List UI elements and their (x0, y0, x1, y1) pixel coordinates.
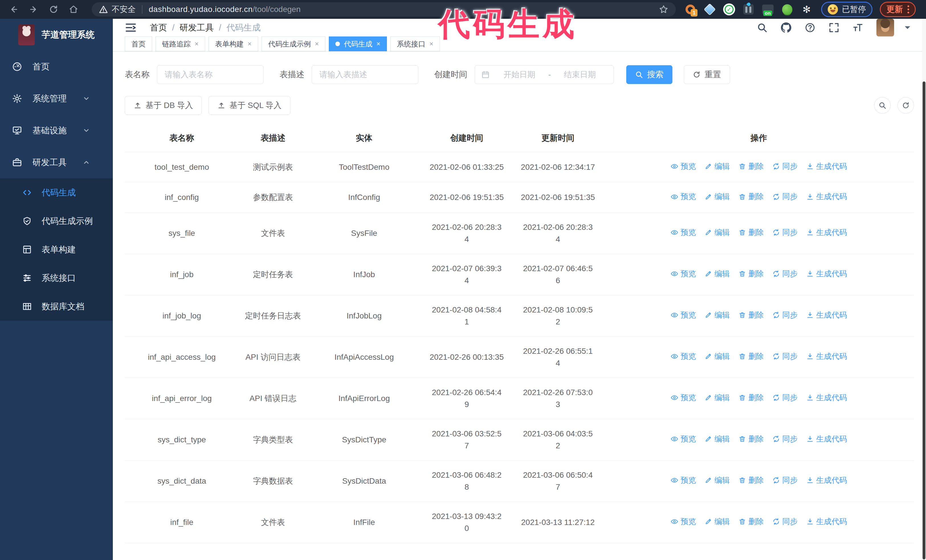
browser-home-button[interactable] (65, 2, 82, 17)
extension-gem-icon[interactable] (704, 3, 716, 15)
edit-action-link[interactable]: 编辑 (705, 474, 730, 486)
edit-action-link[interactable]: 编辑 (705, 516, 730, 528)
browser-forward-button[interactable] (26, 2, 42, 17)
help-icon[interactable] (805, 22, 816, 33)
edit-action-link[interactable]: 编辑 (705, 433, 730, 445)
search-icon[interactable] (757, 22, 767, 33)
table-desc-input[interactable] (312, 65, 418, 84)
sidebar-item-3[interactable]: 研发工具 (0, 146, 113, 178)
edit-action-link[interactable]: 编辑 (705, 268, 730, 280)
github-icon[interactable] (781, 22, 791, 33)
edit-action-link[interactable]: 编辑 (705, 309, 730, 321)
user-menu-caret-icon[interactable] (902, 22, 913, 33)
edit-action-link[interactable]: 编辑 (705, 191, 730, 202)
eye-action-link[interactable]: 预览 (671, 268, 696, 280)
generate-action-link[interactable]: 生成代码 (806, 474, 847, 486)
sync-action-link[interactable]: 同步 (772, 309, 798, 321)
fullscreen-icon[interactable] (829, 22, 840, 33)
toggle-search-button[interactable] (874, 97, 891, 114)
edit-action-link[interactable]: 编辑 (705, 392, 730, 404)
sync-action-link[interactable]: 同步 (772, 268, 798, 280)
security-label[interactable]: 不安全 (112, 4, 136, 15)
sidebar-subitem-3[interactable]: 系统接口 (0, 264, 113, 292)
tab-close-icon[interactable]: × (195, 41, 198, 47)
generate-action-link[interactable]: 生成代码 (806, 516, 847, 528)
import-db-button[interactable]: 基于 DB 导入 (125, 96, 202, 115)
edit-action-link[interactable]: 编辑 (705, 161, 730, 172)
extension-check-icon[interactable]: ✓ (723, 3, 735, 15)
sync-action-link[interactable]: 同步 (772, 392, 798, 404)
refresh-table-button[interactable] (897, 97, 914, 114)
address-bar[interactable]: 不安全 dashboard.yudao.iocoder.cn/tool/code… (92, 2, 676, 17)
generate-action-link[interactable]: 生成代码 (806, 227, 847, 238)
generate-action-link[interactable]: 生成代码 (806, 351, 847, 362)
sync-action-link[interactable]: 同步 (772, 351, 798, 362)
tab-close-icon[interactable]: × (315, 41, 319, 47)
eye-action-link[interactable]: 预览 (671, 351, 696, 362)
table-name-input[interactable] (157, 65, 263, 84)
browser-update-button[interactable]: 更新 (880, 2, 916, 17)
font-size-icon[interactable] (852, 22, 863, 33)
eye-action-link[interactable]: 预览 (671, 161, 696, 172)
eye-action-link[interactable]: 预览 (671, 227, 696, 238)
breadcrumb-item-0[interactable]: 首页 (150, 22, 167, 33)
tab-close-icon[interactable]: × (377, 41, 380, 47)
extensions-puzzle-icon[interactable]: ✻ (800, 3, 813, 15)
delete-action-link[interactable]: 删除 (738, 309, 764, 321)
user-avatar[interactable] (876, 19, 894, 36)
breadcrumb-item-1[interactable]: 研发工具 (180, 22, 214, 33)
tab-3[interactable]: 代码生成示例× (262, 36, 325, 51)
end-date-placeholder[interactable]: 结束日期 (553, 69, 607, 80)
tab-2[interactable]: 表单构建× (209, 36, 258, 51)
sidebar-subitem-0[interactable]: 代码生成 (0, 178, 113, 207)
date-range-picker[interactable]: 开始日期 - 结束日期 (475, 65, 614, 84)
more-menu-icon[interactable] (908, 5, 909, 14)
delete-action-link[interactable]: 删除 (738, 161, 764, 172)
eye-action-link[interactable]: 预览 (671, 309, 696, 321)
sidebar-subitem-1[interactable]: 代码生成示例 (0, 207, 113, 235)
tab-5[interactable]: 系统接口× (390, 36, 440, 51)
eye-action-link[interactable]: 预览 (671, 433, 696, 445)
app-logo-row[interactable]: 芋道管理系统 (0, 19, 113, 51)
delete-action-link[interactable]: 删除 (738, 474, 764, 486)
generate-action-link[interactable]: 生成代码 (806, 309, 847, 321)
generate-action-link[interactable]: 生成代码 (806, 268, 847, 280)
sync-action-link[interactable]: 同步 (772, 516, 798, 528)
sidebar-collapse-icon[interactable] (125, 22, 137, 33)
delete-action-link[interactable]: 删除 (738, 227, 764, 238)
import-sql-button[interactable]: 基于 SQL 导入 (209, 96, 291, 115)
delete-action-link[interactable]: 删除 (738, 191, 764, 202)
tab-close-icon[interactable]: × (248, 41, 251, 47)
delete-action-link[interactable]: 删除 (738, 268, 764, 280)
sidebar-item-1[interactable]: 系统管理 (0, 83, 113, 115)
eye-action-link[interactable]: 预览 (671, 191, 696, 202)
tab-1[interactable]: 链路追踪× (156, 36, 205, 51)
delete-action-link[interactable]: 删除 (738, 351, 764, 362)
sync-action-link[interactable]: 同步 (772, 474, 798, 486)
sidebar-item-0[interactable]: 首页 (0, 51, 113, 83)
extension-orange-icon[interactable]: 1 (684, 3, 696, 15)
extension-critter-icon[interactable] (781, 3, 793, 15)
browser-reload-button[interactable] (45, 2, 62, 17)
edit-action-link[interactable]: 编辑 (705, 227, 730, 238)
sidebar-item-2[interactable]: 基础设施 (0, 115, 113, 146)
delete-action-link[interactable]: 删除 (738, 392, 764, 404)
delete-action-link[interactable]: 删除 (738, 516, 764, 528)
delete-action-link[interactable]: 删除 (738, 433, 764, 445)
extension-on-icon[interactable]: on (762, 3, 774, 15)
extension-columns-icon[interactable] (743, 3, 755, 15)
paused-extension-pill[interactable]: 已暂停 (821, 2, 872, 17)
bookmark-star-icon[interactable] (659, 5, 669, 14)
browser-back-button[interactable] (6, 2, 22, 17)
sync-action-link[interactable]: 同步 (772, 191, 798, 202)
eye-action-link[interactable]: 预览 (671, 516, 696, 528)
search-button[interactable]: 搜索 (626, 65, 672, 84)
sync-action-link[interactable]: 同步 (772, 161, 798, 172)
start-date-placeholder[interactable]: 开始日期 (492, 69, 546, 80)
generate-action-link[interactable]: 生成代码 (806, 433, 847, 445)
generate-action-link[interactable]: 生成代码 (806, 392, 847, 404)
page-scrollbar[interactable] (922, 19, 926, 560)
tab-0[interactable]: 首页 (125, 36, 152, 51)
eye-action-link[interactable]: 预览 (671, 474, 696, 486)
sync-action-link[interactable]: 同步 (772, 433, 798, 445)
